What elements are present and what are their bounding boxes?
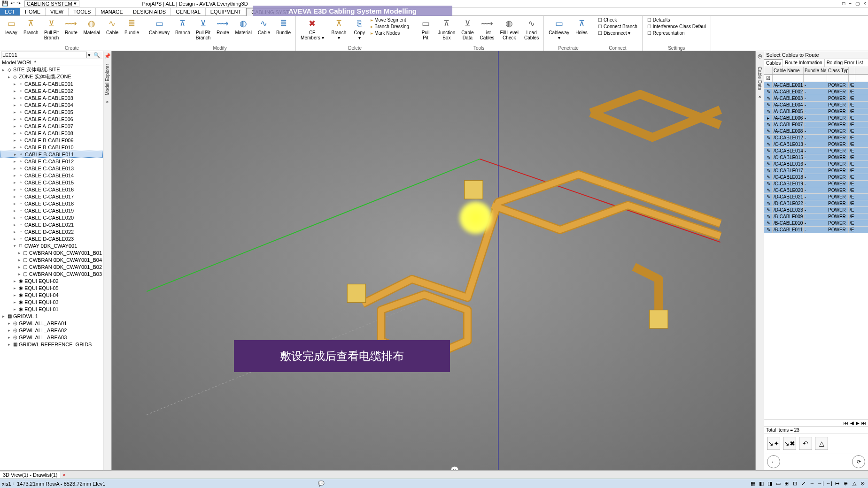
expand-icon[interactable]: ▸ [12,117,17,122]
sb-icon[interactable]: ⊕ [843,480,849,487]
tree-node[interactable]: ▸▫CABLE A-CABLE007 [0,122,103,130]
window-minimize-icon[interactable]: − [849,1,852,6]
tree-node[interactable]: ▸▫CABLE C-CABLE018 [0,200,103,207]
back-button[interactable]: ← [767,455,780,468]
3d-viewport[interactable]: U N E S W [112,51,755,470]
route-button[interactable]: ⟿Route [62,17,80,36]
tree-node[interactable]: ▸▫CABLE D-CABLE023 [0,235,103,242]
search-input[interactable] [1,52,87,58]
representation-button[interactable]: ☐ Representation [646,30,707,36]
table-row[interactable]: ✎/D-CABLE022-POWER/E [764,200,868,207]
interference-class-defaul-button[interactable]: ☐ Interference Class Defaul [646,23,707,30]
table-row[interactable]: ✎/C-CABLE017-POWER/E [764,168,868,174]
tree-node[interactable]: ▸◉EQUI EQUI-01 [0,305,103,313]
tree-node[interactable]: ▾□CWAY 0DK_CWAY001 [0,242,103,249]
expand-icon[interactable]: ▸ [12,131,17,136]
tree-node[interactable]: ▸◉EQUI EQUI-04 [0,291,103,298]
pin-icon[interactable]: 📌 [104,53,111,59]
scope-icon[interactable]: ◎ [758,53,762,59]
table-row[interactable]: ✎/A-CABLE003-POWER/E [764,95,868,102]
table-row[interactable]: ✎/C-CABLE020-POWER/E [764,187,868,194]
tree-node[interactable]: ▸▢CWBRAN 0DK_CWAY001_B01 [0,249,103,256]
expand-icon[interactable]: ▸ [12,173,17,178]
tree-node[interactable]: ▸◎GPWL ALL_AREA03 [0,334,103,341]
pull-pit-button[interactable]: ⊻Pull Pit Branch [193,17,214,41]
cable-table[interactable]: Cable NameBundle NameClass Type ☑ ✎/A-CA… [764,67,868,419]
sb-icon[interactable]: ←| [826,480,832,487]
connect-branch-button[interactable]: ☐ Connect Branch [597,23,638,30]
tree-node[interactable]: ▸▫CABLE C-CABLE019 [0,207,103,214]
tree-node[interactable]: ▸▫CABLE A-CABLE003 [0,94,103,101]
system-combo[interactable]: CABLING SYSTEM [24,0,79,7]
combo-dropdown-icon[interactable]: ▾ [74,0,77,7]
tree-node[interactable]: ▸▫CABLE D-CABLE022 [0,228,103,235]
sb-icon[interactable]: ⤢ [800,480,807,487]
column-filter[interactable] [804,75,827,82]
cable-data-side-tab[interactable]: ◎ Cable Data × [755,51,764,470]
tree-node[interactable]: ▸▫CABLE C-CABLE012 [0,158,103,165]
copy-dropdown-button[interactable]: ⎘ Copy ▾ [351,17,368,41]
panel-tab-route-information[interactable]: Route Information [783,59,825,67]
expand-icon[interactable]: ▸ [12,89,17,93]
expand-icon[interactable]: ▸ [12,145,17,150]
bundle-button[interactable]: ≣Bundle [122,17,142,36]
table-row[interactable]: ✎/A-CABLE008-POWER/E [764,128,868,135]
expand-icon[interactable]: ▸ [12,166,17,171]
expand-icon[interactable]: ▸ [12,103,17,107]
tree-node[interactable]: ▸◎GPWL ALL_AREA01 [0,320,103,327]
sb-icon[interactable]: ↔ [809,480,815,487]
sb-icon[interactable]: ▭ [775,480,782,487]
tree-node[interactable]: ▸▦GRIDWL 1 [0,313,103,320]
expand-icon[interactable]: ▸ [12,124,17,129]
sb-icon[interactable]: ◨ [767,480,773,487]
column-filter[interactable] [827,75,849,82]
sb-icon[interactable]: ⊞ [783,480,790,487]
branch-dropdown-button[interactable]: ⊼ Branch ▾ [329,17,349,41]
expand-icon[interactable]: ▸ [12,307,17,312]
expand-icon[interactable]: ▸ [7,75,11,79]
tree-node[interactable]: ▸▫CABLE C-CABLE016 [0,186,103,193]
expand-icon[interactable]: ▸ [12,222,17,227]
mirror-tool-button[interactable]: △ [815,437,828,450]
undo-tool-button[interactable]: ↶ [799,437,812,450]
table-row[interactable]: ✎/C-CABLE016-POWER/E [764,161,868,168]
branch-dressing-button[interactable]: ▸Branch Dressing [370,23,410,30]
expand-icon[interactable]: ▸ [7,335,11,340]
expand-icon[interactable]: ▸ [7,321,11,326]
expand-icon[interactable]: ▸ [12,279,17,283]
redo-icon[interactable]: ↷ [16,0,21,7]
cable-button[interactable]: ∿Cable [103,17,122,36]
table-row[interactable]: ✎/C-CABLE013-POWER/E [764,141,868,148]
close-icon[interactable]: × [106,99,108,105]
table-row[interactable]: ✎/A-CABLE005-POWER/E [764,108,868,115]
tree-node[interactable]: ▸▫CABLE A-CABLE008 [0,130,103,137]
expand-icon[interactable]: ▸ [12,159,17,164]
tree-node[interactable]: ▸▫CABLE D-CABLE021 [0,221,103,228]
tree-node[interactable]: ▸▫CABLE C-CABLE014 [0,172,103,179]
panel-tab-routing-error-list[interactable]: Routing Error List [825,59,866,67]
column-header[interactable] [764,67,773,74]
tree-node[interactable]: ▸▫CABLE A-CABLE006 [0,115,103,122]
table-row[interactable]: ✎/C-CABLE014-POWER/E [764,148,868,154]
tree-node[interactable]: ▸▢CWBRAN 0DK_CWAY001_B02 [0,263,103,270]
route-button[interactable]: ⟿Route [213,17,232,36]
save-icon[interactable]: 💾 [2,0,8,7]
cable-button[interactable]: ∿Cable [255,17,273,36]
column-filter[interactable] [773,75,804,82]
expand-icon[interactable]: ▸ [12,286,17,290]
table-row[interactable]: ✎/A-CABLE001-POWER/E [764,82,868,89]
tree-node[interactable]: ▸▫CABLE C-CABLE017 [0,193,103,200]
table-row[interactable]: ✎/C-CABLE018-POWER/E [764,174,868,181]
tab-ect[interactable]: ECT [0,8,20,15]
expand-icon[interactable]: ▸ [7,328,11,333]
sb-icon[interactable]: ⊡ [792,480,798,487]
load-button[interactable]: ∿Load Cables [521,17,542,41]
nav-first-icon[interactable]: ⏮ [844,420,848,426]
tab-general[interactable]: GENERAL [171,8,206,15]
route-tool-button[interactable]: ↘✦ [767,437,780,450]
view-tab[interactable]: 3D View(1) - Drawlist(1) [0,472,61,478]
tree-node[interactable]: ▸▫CABLE B-CABLE009 [0,137,103,144]
expand-icon[interactable]: ▸ [12,236,17,241]
holes-button[interactable]: ⊼Holes [572,17,591,36]
cableway-button[interactable]: ▭Cableway [146,17,172,36]
